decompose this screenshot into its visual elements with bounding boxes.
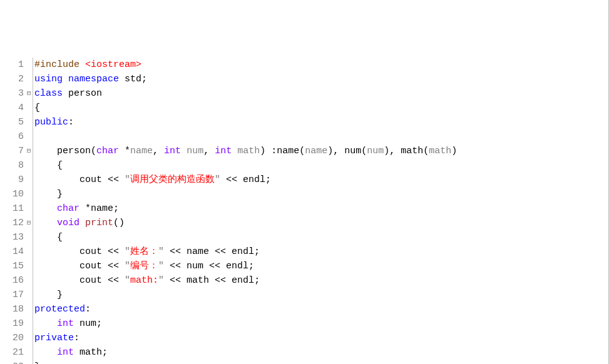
fold-spacer xyxy=(25,230,33,245)
line-number: 22 xyxy=(0,360,24,364)
token-type: int xyxy=(57,347,74,358)
fold-spacer xyxy=(25,345,33,360)
token-punct: cout xyxy=(34,261,108,271)
token-punct: ; xyxy=(254,275,260,286)
line-number: 6 xyxy=(0,129,24,144)
token-param: num xyxy=(367,146,384,156)
code-line[interactable]: class person xyxy=(34,86,608,101)
fold-toggle-icon[interactable]: ⊟ xyxy=(25,86,33,101)
fold-spacer xyxy=(25,302,33,316)
fold-spacer xyxy=(25,129,33,144)
token-type: char xyxy=(57,203,79,214)
token-punct: ; xyxy=(102,347,108,358)
token-punct: * xyxy=(119,146,130,156)
token-punct: cout xyxy=(34,246,108,257)
code-line[interactable]: person(char *name, int num, int math) :n… xyxy=(34,144,608,158)
token-punct: : xyxy=(68,117,74,128)
token-punct xyxy=(63,88,68,99)
token-punct: ) :name( xyxy=(260,146,305,156)
token-punct: , xyxy=(203,146,215,156)
code-line[interactable]: } xyxy=(34,288,608,302)
fold-toggle-icon[interactable]: ⊟ xyxy=(25,216,33,230)
code-line[interactable]: void print() xyxy=(34,216,608,230)
line-number: 18 xyxy=(0,302,24,316)
token-punct: ; xyxy=(113,203,119,214)
code-line[interactable]: #include <iostream> xyxy=(34,58,608,72)
token-type: void xyxy=(57,218,79,228)
line-number: 5 xyxy=(0,115,24,129)
line-number: 9 xyxy=(0,173,24,187)
fold-toggle-icon[interactable]: ⊟ xyxy=(25,144,33,158)
token-ident: person xyxy=(57,146,91,156)
fold-spacer xyxy=(25,288,33,302)
line-number: 1 xyxy=(0,58,24,72)
fold-spacer xyxy=(25,115,33,129)
token-punct xyxy=(79,218,85,228)
token-punct: ( xyxy=(91,146,96,156)
code-editor[interactable]: 1234567891011121314151617181920212223242… xyxy=(0,58,608,364)
code-line[interactable]: char *name; xyxy=(34,201,608,216)
token-punct: << num << endl xyxy=(164,261,248,271)
code-line[interactable]: { xyxy=(34,101,608,115)
line-number: 21 xyxy=(0,345,24,360)
token-keyword: private xyxy=(34,333,74,343)
token-punct: num xyxy=(74,318,96,329)
token-punct: ; xyxy=(141,74,147,84)
fold-spacer xyxy=(25,316,33,331)
token-punct: { xyxy=(34,232,63,243)
token-punct: ; xyxy=(96,318,102,329)
token-punct: } xyxy=(34,361,40,364)
code-line[interactable]: } xyxy=(34,187,608,201)
token-punct: } xyxy=(34,290,63,300)
token-param: name xyxy=(305,146,327,156)
token-punct: << xyxy=(108,174,125,185)
fold-spacer xyxy=(25,273,33,288)
fold-spacer xyxy=(25,101,33,115)
token-keyword: public xyxy=(34,117,68,128)
token-type: char xyxy=(96,146,119,156)
line-number: 3 xyxy=(0,86,24,101)
token-string: " xyxy=(215,174,220,185)
code-line[interactable] xyxy=(34,129,608,144)
token-punct: ; xyxy=(248,261,254,271)
token-punct: << endl xyxy=(220,174,265,185)
fold-column[interactable]: ⊟⊟⊟⊟ xyxy=(25,58,33,364)
token-punct: ; xyxy=(254,246,260,257)
code-line[interactable]: cout << "math:" << math << endl; xyxy=(34,273,608,288)
code-line[interactable]: { xyxy=(34,158,608,173)
token-string: " xyxy=(125,261,130,271)
code-line[interactable]: cout << "调用父类的构造函数" << endl; xyxy=(34,173,608,187)
line-number: 13 xyxy=(0,230,24,245)
fold-spacer xyxy=(25,158,33,173)
token-keyword: protected xyxy=(34,304,85,315)
token-keyword: using xyxy=(34,74,63,84)
fold-spacer xyxy=(25,173,33,187)
token-strred: 姓名： xyxy=(130,246,158,257)
code-line[interactable]: cout << "编号：" << num << endl; xyxy=(34,259,608,273)
token-punct xyxy=(34,203,57,214)
token-type: int xyxy=(57,318,74,329)
token-punct xyxy=(181,146,187,156)
code-line[interactable]: using namespace std; xyxy=(34,72,608,86)
code-line[interactable]: protected: xyxy=(34,302,608,316)
code-line[interactable]: cout << "姓名：" << name << endl; xyxy=(34,245,608,259)
token-func: print xyxy=(85,218,113,228)
token-punct: { xyxy=(34,160,63,171)
line-number: 11 xyxy=(0,201,24,216)
code-line[interactable]: private: xyxy=(34,331,608,345)
line-number: 12 xyxy=(0,216,24,230)
code-line[interactable]: int math; xyxy=(34,345,608,360)
fold-spacer xyxy=(25,58,33,72)
code-line[interactable]: int num; xyxy=(34,316,608,331)
code-line[interactable]: { xyxy=(34,230,608,245)
token-punct: ; xyxy=(265,174,271,185)
token-keyword: class xyxy=(34,88,63,99)
fold-spacer xyxy=(25,201,33,216)
code-line[interactable]: public: xyxy=(34,115,608,129)
token-string: " xyxy=(125,246,130,257)
token-punct xyxy=(34,146,57,156)
code-area[interactable]: #include <iostream>using namespace std;c… xyxy=(33,58,608,364)
token-punct: << name << endl xyxy=(164,246,254,257)
code-line[interactable]: }; xyxy=(34,360,608,364)
token-param: math xyxy=(237,146,260,156)
